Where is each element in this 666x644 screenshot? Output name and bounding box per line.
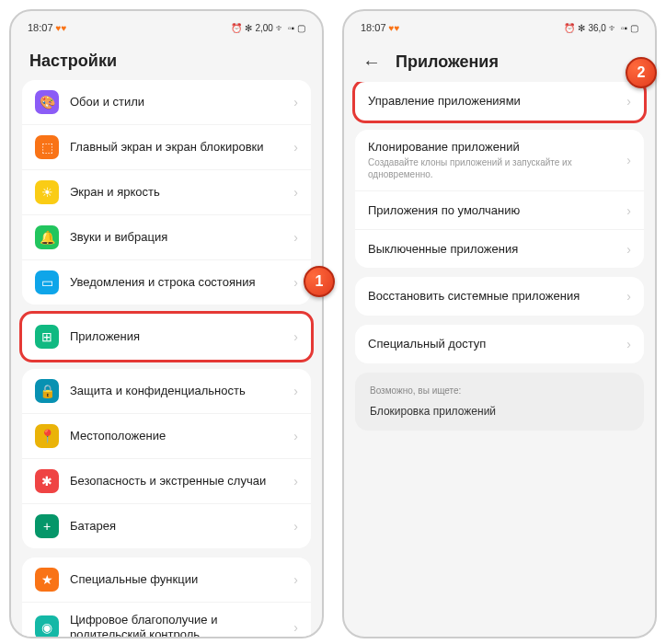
shield-icon: 🔒 [35, 379, 59, 403]
item-emergency[interactable]: ✱ Безопасность и экстренные случаи › [22, 458, 311, 503]
item-label: Защита и конфиденциальность [70, 384, 293, 398]
suggestion-item[interactable]: Блокировка приложений [370, 405, 629, 418]
chevron-right-icon: › [293, 140, 298, 155]
chevron-right-icon: › [626, 337, 631, 351]
annotation-badge-1: 1 [304, 266, 335, 297]
chevron-right-icon: › [293, 329, 298, 344]
item-app-management[interactable]: Управление приложениями › [355, 82, 644, 121]
apps-list[interactable]: Управление приложениями › Клонирование п… [344, 82, 655, 637]
item-privacy[interactable]: 🔒 Защита и конфиденциальность › [22, 369, 311, 413]
item-wallpaper[interactable]: 🎨 Обои и стили › [22, 80, 311, 124]
battery-icon: ▢ [630, 23, 638, 33]
chevron-right-icon: › [293, 384, 298, 398]
item-label: Местоположение [70, 429, 293, 443]
page-title: Приложения [396, 52, 499, 72]
wellbeing-icon: ◉ [35, 615, 59, 637]
highlighted-app-management: Управление приложениями › [352, 82, 647, 123]
chevron-right-icon: › [293, 519, 298, 534]
battery-icon: ▢ [297, 23, 305, 33]
chevron-right-icon: › [293, 185, 298, 200]
palette-icon: 🎨 [35, 90, 59, 114]
page-title: Настройки [29, 52, 117, 71]
item-label: Специальные функции [70, 572, 293, 587]
item-default-apps[interactable]: Приложения по умолчанию › [355, 190, 644, 229]
annotation-badge-2: 2 [626, 57, 657, 88]
star-icon: ★ [35, 568, 59, 592]
item-label: Батарея [70, 519, 293, 534]
signal-icon: ▫▪ [288, 23, 294, 33]
item-label: Безопасность и экстренные случаи [70, 474, 293, 489]
bluetooth-icon: ✻ [245, 23, 252, 33]
chevron-right-icon: › [293, 474, 298, 489]
item-notifications[interactable]: ▭ Уведомления и строка состояния › [22, 259, 311, 305]
item-restore-system-apps[interactable]: Восстановить системные приложения › [355, 277, 644, 316]
item-label: Экран и яркость [70, 185, 293, 200]
item-label: Выключенные приложения [368, 242, 626, 257]
bluetooth-icon: ✻ [578, 23, 585, 33]
item-special-features[interactable]: ★ Специальные функции › [22, 558, 311, 602]
item-label: Цифровое благополучие и родительский кон… [70, 613, 293, 637]
emergency-icon: ✱ [35, 469, 59, 493]
item-apps[interactable]: ⊞ Приложения › [22, 314, 311, 360]
alarm-icon: ⏰ [564, 23, 575, 33]
apps-group-1: Клонирование приложений Создавайте клоны… [355, 130, 644, 268]
location-icon: 📍 [35, 424, 59, 448]
item-special-access[interactable]: Специальный доступ › [355, 325, 644, 363]
item-label: Приложения по умолчанию [368, 203, 626, 218]
chevron-right-icon: › [293, 620, 298, 635]
status-hearts-icon: ♥♥ [389, 23, 400, 33]
suggestion-title: Возможно, вы ищете: [370, 385, 629, 396]
notification-icon: ▭ [35, 270, 59, 294]
item-display[interactable]: ☀ Экран и яркость › [22, 169, 311, 214]
settings-group-security: 🔒 Защита и конфиденциальность › 📍 Местоп… [22, 369, 311, 548]
item-battery[interactable]: + Батарея › [22, 503, 311, 548]
settings-group-special: ★ Специальные функции › ◉ Цифровое благо… [22, 558, 311, 637]
item-label: Звуки и вибрация [70, 230, 293, 245]
item-label: Главный экран и экран блокировки [70, 140, 293, 155]
home-icon: ⬚ [35, 135, 59, 159]
chevron-right-icon: › [626, 94, 631, 109]
chevron-right-icon: › [293, 429, 298, 443]
item-location[interactable]: 📍 Местоположение › [22, 413, 311, 458]
alarm-icon: ⏰ [231, 23, 242, 33]
back-arrow-icon[interactable]: ← [362, 52, 381, 73]
settings-list[interactable]: 🎨 Обои и стили › ⬚ Главный экран и экран… [11, 80, 322, 637]
item-sound[interactable]: 🔔 Звуки и вибрация › [22, 214, 311, 259]
item-label: Специальный доступ [368, 337, 626, 351]
apps-group-3: Специальный доступ › [355, 325, 644, 363]
status-bar: 18:07 ♥♥ ⏰ ✻ 2,00 ᯤ ▫▪ ▢ [11, 11, 322, 40]
item-app-cloning[interactable]: Клонирование приложений Создавайте клоны… [355, 130, 644, 190]
suggestion-card: Возможно, вы ищете: Блокировка приложени… [355, 373, 644, 431]
item-digital-wellbeing[interactable]: ◉ Цифровое благополучие и родительский к… [22, 602, 311, 637]
net-speed: 2,00 [255, 23, 272, 33]
status-bar: 18:07 ♥♥ ⏰ ✻ 36,0 ᯤ ▫▪ ▢ [344, 11, 655, 40]
battery-icon: + [35, 514, 59, 538]
chevron-right-icon: › [293, 230, 298, 245]
highlighted-apps-item: ⊞ Приложения › [19, 311, 314, 362]
item-label: Управление приложениями [368, 94, 626, 109]
settings-group-display: 🎨 Обои и стили › ⬚ Главный экран и экран… [22, 80, 311, 305]
chevron-right-icon: › [626, 289, 631, 304]
status-time: 18:07 [361, 22, 386, 33]
chevron-right-icon: › [293, 275, 298, 290]
page-header: ← Приложения [344, 40, 655, 82]
chevron-right-icon: › [293, 572, 298, 587]
item-label: Приложения [70, 329, 293, 344]
chevron-right-icon: › [626, 203, 631, 218]
item-label: Клонирование приложений [368, 140, 626, 155]
item-disabled-apps[interactable]: Выключенные приложения › [355, 229, 644, 268]
phone-apps: 18:07 ♥♥ ⏰ ✻ 36,0 ᯤ ▫▪ ▢ ← Приложения Уп… [342, 9, 657, 638]
item-label: Восстановить системные приложения [368, 289, 626, 304]
status-hearts-icon: ♥♥ [56, 23, 67, 33]
bell-icon: 🔔 [35, 225, 59, 249]
wifi-icon: ᯤ [276, 23, 285, 33]
page-header: Настройки [11, 40, 322, 80]
item-homescreen[interactable]: ⬚ Главный экран и экран блокировки › [22, 124, 311, 169]
status-time: 18:07 [28, 22, 53, 33]
brightness-icon: ☀ [35, 180, 59, 204]
apps-group-2: Восстановить системные приложения › [355, 277, 644, 316]
wifi-icon: ᯤ [609, 23, 618, 33]
chevron-right-icon: › [293, 95, 298, 109]
signal-icon: ▫▪ [621, 23, 627, 33]
net-speed: 36,0 [588, 23, 605, 33]
